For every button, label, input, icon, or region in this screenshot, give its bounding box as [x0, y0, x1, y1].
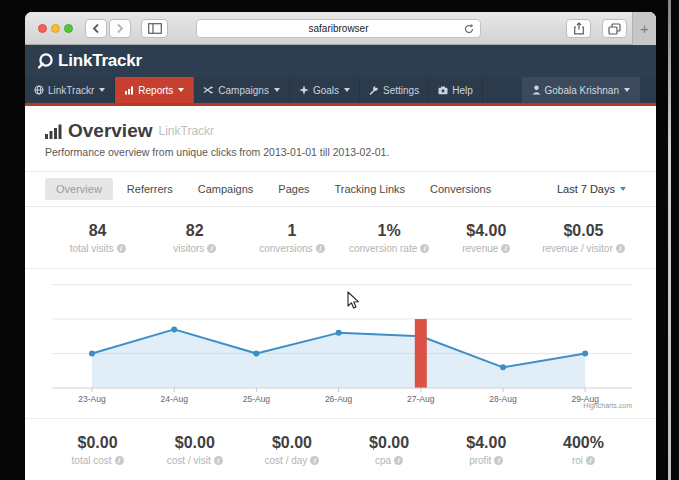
stat-label: revenue	[462, 243, 498, 254]
stat-conversion-rate: 1% conversion rate	[341, 222, 438, 254]
stat-value: $4.00	[438, 222, 535, 240]
shuffle-icon	[203, 85, 214, 95]
stat-visitors: 82 visitors	[146, 222, 243, 254]
wrench-icon	[369, 85, 379, 95]
stat-label: total cost	[72, 455, 112, 466]
stat-label: cost / day	[265, 455, 308, 466]
traffic-chart[interactable]: 23-Aug24-Aug25-Aug26-Aug27-Aug28-Aug29-A…	[25, 269, 656, 419]
tab-pages[interactable]: Pages	[267, 178, 320, 200]
nav-item-linktrackr[interactable]: LinkTrackr	[25, 77, 115, 103]
page-content: Overview LinkTrackr Performance overview…	[25, 106, 656, 480]
browser-window: safaribrowser +	[25, 12, 656, 480]
info-icon[interactable]	[117, 244, 126, 253]
stat-cost-visit: $0.00 cost / visit	[146, 434, 243, 466]
share-icon	[573, 22, 585, 35]
user-menu[interactable]: Gobala Krishnan	[522, 77, 641, 103]
sidebar-toggle-button[interactable]	[141, 19, 168, 38]
star-icon	[299, 85, 309, 95]
stat-value: $0.05	[535, 222, 632, 240]
svg-text:24-Aug: 24-Aug	[160, 394, 188, 404]
forward-button[interactable]	[109, 19, 131, 38]
stat-label: roi	[572, 455, 583, 466]
info-icon[interactable]	[207, 244, 216, 253]
tab-overview[interactable]: Overview	[45, 178, 113, 200]
main-navbar: LinkTrackr Reports Campaigns	[25, 77, 656, 103]
stat-value: 82	[146, 222, 243, 240]
stat-conversions: 1 conversions	[243, 222, 340, 254]
close-window-button[interactable]	[38, 24, 47, 33]
nav-label: Help	[452, 85, 473, 96]
circular-arrow-icon	[463, 23, 475, 35]
new-tab-button[interactable]: +	[632, 12, 656, 45]
tab-campaigns[interactable]: Campaigns	[187, 178, 265, 200]
svg-text:28-Aug: 28-Aug	[489, 394, 517, 404]
stat-label: conversions	[259, 243, 312, 254]
info-icon[interactable]	[214, 456, 223, 465]
stat-value: 400%	[535, 434, 632, 452]
stat-label: revenue / visitor	[542, 243, 613, 254]
person-icon	[532, 85, 541, 95]
stat-value: 1	[243, 222, 340, 240]
overlapping-squares-icon	[608, 23, 621, 35]
nav-spacer	[483, 77, 522, 103]
nav-item-reports[interactable]: Reports	[115, 77, 194, 103]
nav-label: Reports	[138, 85, 173, 96]
stat-value: $0.00	[341, 434, 438, 452]
nav-item-settings[interactable]: Settings	[360, 77, 429, 103]
svg-text:23-Aug: 23-Aug	[78, 394, 106, 404]
mouse-cursor	[347, 291, 360, 310]
nav-item-goals[interactable]: Goals	[290, 77, 360, 103]
info-icon[interactable]	[586, 456, 595, 465]
stat-label: total visits	[70, 243, 114, 254]
svg-text:26-Aug: 26-Aug	[325, 394, 353, 404]
date-range-selector[interactable]: Last 7 Days	[557, 183, 626, 195]
back-button[interactable]	[85, 19, 107, 38]
app-logo[interactable]: LinkTrackr	[36, 51, 142, 71]
browser-titlebar: safaribrowser +	[25, 12, 656, 45]
stat-revenue: $4.00 revenue	[438, 222, 535, 254]
caret-down-icon	[99, 88, 105, 92]
traffic-chart-svg: 23-Aug24-Aug25-Aug26-Aug27-Aug28-Aug29-A…	[25, 269, 656, 419]
info-icon[interactable]	[115, 456, 124, 465]
tabs-bar: Overview Referrers Campaigns Pages Track…	[25, 172, 656, 207]
info-icon[interactable]	[494, 456, 503, 465]
brand-name: LinkTrackr	[58, 51, 142, 71]
nav-item-campaigns[interactable]: Campaigns	[194, 77, 290, 103]
bar-chart-icon	[124, 85, 134, 95]
info-icon[interactable]	[420, 244, 429, 253]
stats-row-top: 84 total visits 82 visitors 1 conversion…	[25, 207, 656, 269]
nav-label: LinkTrackr	[48, 85, 94, 96]
globe-icon	[34, 85, 44, 95]
page-heading: Overview LinkTrackr Performance overview…	[25, 106, 656, 172]
tab-tracking-links[interactable]: Tracking Links	[324, 178, 417, 200]
minimize-window-button[interactable]	[51, 24, 60, 33]
nav-item-help[interactable]: Help	[429, 77, 483, 103]
info-icon[interactable]	[501, 244, 510, 253]
chevron-left-icon	[92, 23, 100, 34]
show-tabs-button[interactable]	[602, 19, 627, 38]
split-pane-icon	[148, 23, 162, 34]
info-icon[interactable]	[316, 244, 325, 253]
address-bar[interactable]: safaribrowser	[196, 19, 481, 38]
stats-row-bottom: $0.00 total cost $0.00 cost / visit $0.0…	[25, 419, 656, 480]
reload-button[interactable]	[463, 23, 475, 37]
caret-down-icon	[274, 88, 280, 92]
stat-value: $0.00	[243, 434, 340, 452]
share-button[interactable]	[566, 19, 591, 38]
plus-icon: +	[640, 20, 649, 37]
url-text: safaribrowser	[308, 23, 368, 34]
nav-label: Campaigns	[218, 85, 269, 96]
page-subtitle: Performance overview from unique clicks …	[45, 146, 656, 158]
stat-value: $4.00	[438, 434, 535, 452]
info-icon[interactable]	[310, 456, 319, 465]
info-icon[interactable]	[616, 244, 625, 253]
info-icon[interactable]	[394, 456, 403, 465]
tab-referrers[interactable]: Referrers	[116, 178, 184, 200]
stat-cpa: $0.00 cpa	[341, 434, 438, 466]
zoom-window-button[interactable]	[64, 24, 73, 33]
page-title: Overview	[68, 120, 153, 142]
stat-value: 84	[49, 222, 146, 240]
tab-conversions[interactable]: Conversions	[419, 178, 502, 200]
stat-cost-day: $0.00 cost / day	[243, 434, 340, 466]
user-name: Gobala Krishnan	[545, 85, 620, 96]
